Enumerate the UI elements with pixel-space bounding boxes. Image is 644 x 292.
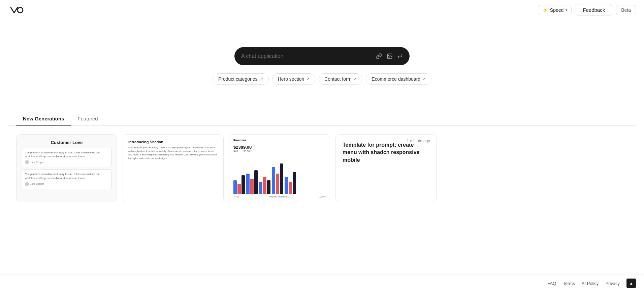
chart-footer-far-right: 12,345 [319, 195, 326, 198]
chip-ecommerce-dashboard[interactable]: Ecommerce dashboard ↗ [366, 73, 431, 85]
search-input[interactable]: A chat application [241, 53, 371, 59]
bar-blue [259, 182, 262, 194]
chip-hero-section[interactable]: Hero section ↗ [272, 73, 316, 85]
footer-ai-policy-link[interactable]: AI Policy [582, 281, 599, 286]
bar-red [276, 174, 279, 194]
bar-red [237, 184, 241, 194]
chart-footer: 3,456 Mejores referentes 12,345 [233, 194, 326, 198]
card-preview-testimonial: Customer Love The platform is intuitive … [17, 135, 117, 202]
card-timestamp: 1 minute ago [405, 138, 432, 144]
bar-blue [233, 180, 237, 194]
chart-footer-right: Mejores referentes [269, 195, 289, 198]
card-preview-chart: Finanzas $2389.00 345 33.5% [229, 135, 330, 202]
bar-group-5 [285, 172, 296, 194]
main-content: A chat application [0, 0, 644, 202]
chart-bars [233, 155, 326, 194]
bar-red [263, 177, 266, 194]
tab-new-generations[interactable]: New Generations [16, 112, 71, 126]
external-link-icon: ↗ [353, 77, 357, 81]
feedback-button[interactable]: Feedback [576, 4, 612, 16]
bar-group-4 [272, 163, 283, 194]
chart-stat-2: 33.5% [243, 150, 251, 153]
card-shadon: 33 seconds ago Introducing Shadon With S… [123, 134, 224, 202]
tabs-row: New Generations Featured [8, 112, 636, 126]
author-name-2: Jane Cooper [30, 183, 44, 185]
bar-red [250, 179, 254, 194]
card-template: 1 minute ago Template for prompt: create… [335, 134, 437, 202]
chip-label: Product categories [218, 76, 258, 82]
app-header: ⚡ Speed ▾ Feedback Beta [0, 0, 644, 20]
card-finance-chart: 58 seconds ago Finanzas $2389.00 345 33.… [229, 134, 330, 202]
chevron-down-icon: ▾ [566, 8, 567, 12]
svg-point-0 [18, 7, 23, 13]
chart-header: Finanzas [233, 139, 326, 142]
chart-main-value: $2389.00 [233, 145, 326, 150]
enter-submit-button[interactable] [397, 53, 403, 59]
shadon-description: With Shadon, you can easily create a vis… [128, 146, 218, 160]
chip-label: Hero section [278, 76, 304, 82]
testimonial-text-2: The platform is intuitive and easy to us… [25, 172, 108, 180]
bar-blue [285, 177, 288, 194]
search-box: A chat application [234, 47, 410, 65]
chip-product-categories[interactable]: Product categories ↗ [213, 73, 269, 85]
bar-dark [242, 175, 245, 194]
testimonial-author-2: Jane Cooper [25, 182, 108, 186]
chart-section-label: Finanzas [233, 139, 247, 142]
bar-dark [267, 180, 270, 194]
bar-group-1 [233, 175, 245, 194]
bar-dark [293, 172, 296, 194]
chart-footer-left: 3,456 [233, 195, 239, 198]
card-template-title: Template for prompt: create menu with sh… [343, 141, 429, 164]
suggestion-chips: Product categories ↗ Hero section ↗ Cont… [213, 73, 431, 85]
bar-group-3 [259, 177, 270, 194]
tab-featured[interactable]: Featured [71, 112, 105, 126]
cards-grid: 22 seconds ago Customer Love The platfor… [8, 134, 636, 202]
bar-red [289, 182, 292, 194]
chip-label: Ecommerce dashboard [372, 76, 420, 82]
shadon-title: Introducing Shadon [128, 140, 218, 144]
beta-badge: Beta [616, 5, 636, 15]
external-link-icon: ↗ [306, 77, 310, 81]
bar-dark [254, 170, 258, 194]
chip-label: Contact form [324, 76, 351, 82]
chart-stat-1: 345 [233, 150, 238, 153]
footer-faq-link[interactable]: FAQ [547, 281, 556, 286]
external-link-icon: ↗ [422, 77, 426, 81]
testimonial-card-2: The platform is intuitive and easy to us… [22, 169, 111, 189]
speed-button[interactable]: ⚡ Speed ▾ [538, 5, 572, 15]
search-container: A chat application [234, 47, 410, 65]
logo[interactable] [8, 5, 24, 15]
footer-terms-link[interactable]: Terms [563, 281, 575, 286]
svg-point-2 [388, 55, 389, 56]
image-icon-button[interactable] [386, 52, 393, 60]
search-action-icons [375, 52, 403, 60]
testimonial-section-title: Customer Love [51, 140, 83, 145]
bar-blue [272, 167, 275, 194]
testimonial-text-1: The platform is intuitive and easy to us… [25, 151, 108, 158]
header-actions: ⚡ Speed ▾ Feedback Beta [538, 4, 636, 16]
author-name-1: Jane Cooper [30, 161, 44, 163]
external-link-icon: ↗ [260, 77, 263, 81]
testimonial-author-1: Jane Cooper [25, 160, 108, 164]
lightning-icon: ⚡ [542, 7, 548, 13]
card-testimonial: 22 seconds ago Customer Love The platfor… [16, 134, 117, 202]
bar-dark [280, 163, 283, 194]
chart-stats: 345 33.5% [233, 150, 326, 153]
link-icon-button[interactable] [375, 52, 383, 60]
footer-privacy-link[interactable]: Privacy [605, 281, 620, 286]
tabs-section: New Generations Featured 22 seconds ago … [0, 112, 644, 202]
speed-label: Speed [550, 7, 564, 13]
bar-group-2 [246, 170, 258, 194]
bar-blue [246, 174, 250, 194]
avatar-1 [25, 160, 29, 164]
card-preview-shadon: Introducing Shadon With Shadon, you can … [123, 135, 223, 202]
app-footer: FAQ Terms AI Policy Privacy ▲ [0, 274, 644, 292]
testimonial-card-1: The platform is intuitive and easy to us… [22, 148, 111, 167]
avatar-2 [25, 182, 29, 186]
scroll-to-top-button[interactable]: ▲ [626, 279, 636, 288]
chip-contact-form[interactable]: Contact form ↗ [319, 73, 362, 85]
